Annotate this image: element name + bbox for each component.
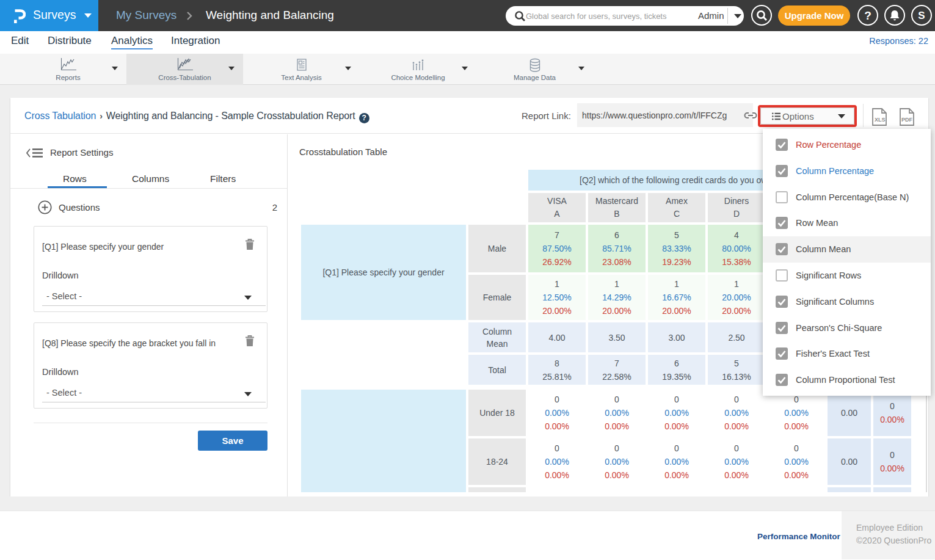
- svg-text:PDF: PDF: [901, 117, 913, 123]
- svg-text:XLS: XLS: [875, 117, 886, 123]
